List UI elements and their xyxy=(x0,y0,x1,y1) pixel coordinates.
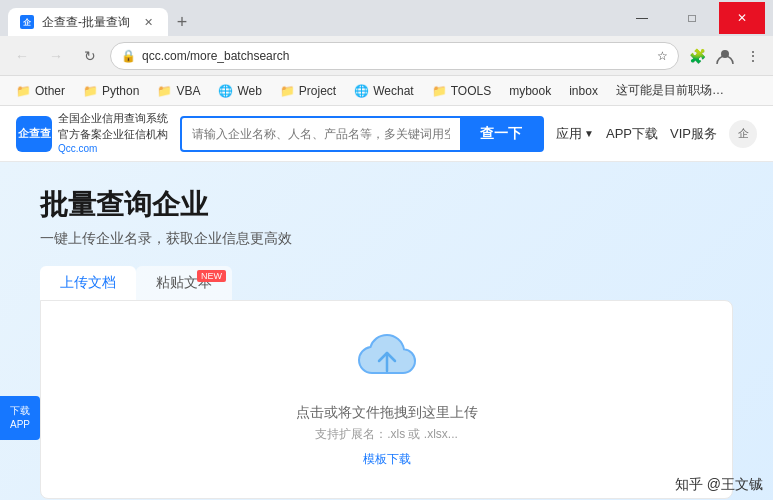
qcc-search-button[interactable]: 查一下 xyxy=(460,118,542,150)
address-bar[interactable]: 🔒 qcc.com/more_batchsearch ☆ xyxy=(110,42,679,70)
tab-favicon: 企 xyxy=(20,15,34,29)
folder-icon: 📁 xyxy=(16,84,31,98)
upload-cloud-icon xyxy=(357,331,417,392)
qcc-logo-icon: 企查查 xyxy=(16,116,52,152)
page-subtitle: 一键上传企业名录，获取企业信息更高效 xyxy=(40,230,733,248)
qcc-nav: 应用 ▼ APP下载 VIP服务 企 xyxy=(556,120,757,148)
toolbar-icons: 🧩 ⋮ xyxy=(685,44,765,68)
bookmark-label: TOOLS xyxy=(451,84,491,98)
bookmark-label: Project xyxy=(299,84,336,98)
upload-hint-text: 点击或将文件拖拽到这里上传 xyxy=(296,404,478,422)
minimize-icon xyxy=(636,11,648,25)
globe-icon: 🌐 xyxy=(218,84,233,98)
tabs-container: 上传文档 粘贴文本 NEW xyxy=(40,266,733,300)
upload-panel[interactable]: 点击或将文件拖拽到这里上传 支持扩展名：.xls 或 .xlsx... 模板下载 xyxy=(40,300,733,499)
bookmark-label: Wechat xyxy=(373,84,413,98)
reload-button[interactable]: ↻ xyxy=(76,42,104,70)
new-tab-button[interactable]: + xyxy=(168,8,196,36)
user-avatar: 企 xyxy=(729,120,757,148)
globe-icon: 🌐 xyxy=(354,84,369,98)
tab-bar: 企 企查查-批量查询 ✕ + xyxy=(8,0,196,36)
main-content-area: 批量查询企业 一键上传企业名录，获取企业信息更高效 上传文档 粘贴文本 NEW … xyxy=(0,162,773,500)
folder-icon: 📁 xyxy=(280,84,295,98)
nav-app-download[interactable]: APP下载 xyxy=(606,125,658,143)
bookmark-label: mybook xyxy=(509,84,551,98)
page-content: 企查查 全国企业信用查询系统 官方备案企业征信机构 Qcc.com 查一下 应用… xyxy=(0,106,773,500)
tab-close-button[interactable]: ✕ xyxy=(140,14,156,30)
qcc-logo: 企查查 全国企业信用查询系统 官方备案企业征信机构 Qcc.com xyxy=(16,111,168,156)
watermark: 知乎 @王文铖 xyxy=(675,476,763,494)
browser-toolbar: ← → ↻ 🔒 qcc.com/more_batchsearch ☆ 🧩 ⋮ xyxy=(0,36,773,76)
maximize-icon xyxy=(688,11,695,25)
folder-icon: 📁 xyxy=(157,84,172,98)
bookmark-label: 这可能是目前职场… xyxy=(616,82,724,99)
bookmark-vba[interactable]: 📁 VBA xyxy=(149,81,208,101)
bookmark-web[interactable]: 🌐 Web xyxy=(210,81,269,101)
address-text: qcc.com/more_batchsearch xyxy=(142,49,651,63)
qcc-search-bar[interactable]: 查一下 xyxy=(180,116,544,152)
minimize-button[interactable] xyxy=(619,2,665,34)
bookmark-label: Web xyxy=(237,84,261,98)
maximize-button[interactable] xyxy=(669,2,715,34)
nav-user-icon[interactable]: 企 xyxy=(729,120,757,148)
tab-upload-doc[interactable]: 上传文档 xyxy=(40,266,136,300)
window-controls xyxy=(619,2,765,34)
new-badge: NEW xyxy=(197,270,226,282)
close-icon xyxy=(737,11,747,25)
bookmark-tools[interactable]: 📁 TOOLS xyxy=(424,81,499,101)
forward-button[interactable]: → xyxy=(42,42,70,70)
browser-titlebar: 企 企查查-批量查询 ✕ + xyxy=(0,0,773,36)
bookmark-wechat[interactable]: 🌐 Wechat xyxy=(346,81,421,101)
star-icon[interactable]: ☆ xyxy=(657,49,668,63)
nav-vip[interactable]: VIP服务 xyxy=(670,125,717,143)
bookmarks-bar: 📁 Other 📁 Python 📁 VBA 🌐 Web 📁 Project 🌐… xyxy=(0,76,773,106)
bookmark-other[interactable]: 📁 Other xyxy=(8,81,73,101)
bookmark-label: Other xyxy=(35,84,65,98)
bookmark-mybook[interactable]: mybook xyxy=(501,81,559,101)
bookmark-notice[interactable]: 这可能是目前职场… xyxy=(608,79,732,102)
upload-template-link[interactable]: 模板下载 xyxy=(363,451,411,468)
qcc-search-input[interactable] xyxy=(182,127,460,141)
profile-icon[interactable] xyxy=(713,44,737,68)
settings-icon[interactable]: ⋮ xyxy=(741,44,765,68)
tab-paste-text[interactable]: 粘贴文本 NEW xyxy=(136,266,232,300)
bookmark-project[interactable]: 📁 Project xyxy=(272,81,344,101)
bookmark-label: VBA xyxy=(176,84,200,98)
download-app-label: 下载APP xyxy=(10,405,30,430)
upload-format-text: 支持扩展名：.xls 或 .xlsx... xyxy=(315,426,458,443)
lock-icon: 🔒 xyxy=(121,49,136,63)
qcc-header: 企查查 全国企业信用查询系统 官方备案企业征信机构 Qcc.com 查一下 应用… xyxy=(0,106,773,162)
qcc-logo-text: 全国企业信用查询系统 官方备案企业征信机构 Qcc.com xyxy=(58,111,168,156)
bookmark-label: inbox xyxy=(569,84,598,98)
bookmark-inbox[interactable]: inbox xyxy=(561,81,606,101)
folder-icon: 📁 xyxy=(83,84,98,98)
folder-icon: 📁 xyxy=(432,84,447,98)
page-title: 批量查询企业 xyxy=(40,186,733,224)
chevron-down-icon: ▼ xyxy=(584,128,594,139)
tab-title: 企查查-批量查询 xyxy=(42,14,130,31)
sidebar-download-app[interactable]: 下载APP xyxy=(0,396,40,440)
bookmark-python[interactable]: 📁 Python xyxy=(75,81,147,101)
browser-tab-active[interactable]: 企 企查查-批量查询 ✕ xyxy=(8,8,168,36)
extensions-icon[interactable]: 🧩 xyxy=(685,44,709,68)
nav-apps[interactable]: 应用 ▼ xyxy=(556,125,594,143)
back-button[interactable]: ← xyxy=(8,42,36,70)
close-button[interactable] xyxy=(719,2,765,34)
bookmark-label: Python xyxy=(102,84,139,98)
